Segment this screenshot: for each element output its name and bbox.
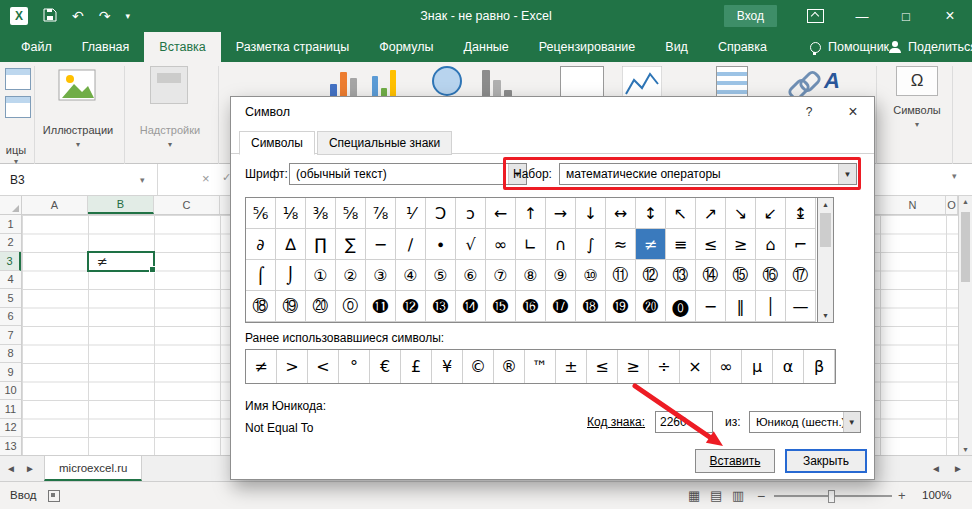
cancel-icon[interactable]: × [202, 171, 210, 186]
insert-button[interactable]: Вставить [695, 449, 775, 473]
recent-symbol-cell[interactable]: € [370, 350, 401, 383]
symbol-cell[interactable]: ⌂ [756, 229, 786, 260]
selected-cell-b3[interactable]: ≠ [87, 251, 155, 272]
ribbon-tab[interactable]: Вид [650, 32, 703, 62]
row-header[interactable]: 9 [0, 363, 21, 382]
row-header[interactable]: 1 [0, 215, 21, 234]
ribbon-tab[interactable]: Вставка [144, 32, 220, 62]
view-page-layout-icon[interactable]: ▤ [710, 488, 722, 503]
symbol-cell[interactable]: ⌐ [786, 229, 816, 260]
symbol-cell[interactable]: ⓲ [576, 291, 606, 322]
symbol-cell[interactable]: ⅜ [306, 198, 336, 229]
hscroll-right-icon[interactable]: ► [953, 463, 963, 474]
save-icon[interactable] [43, 8, 57, 25]
redo-icon[interactable]: ↷ [99, 8, 111, 24]
column-header[interactable]: A [22, 196, 88, 214]
symbol-cell[interactable]: ⓭ [426, 291, 456, 322]
hscroll-left-icon[interactable]: ◄ [931, 463, 941, 474]
recent-symbol-cell[interactable]: µ [742, 350, 773, 383]
sheet-nav-right-icon[interactable]: ► [25, 463, 35, 474]
symbol-cell[interactable]: ↘ [726, 198, 756, 229]
symbol-cell[interactable]: − [366, 229, 396, 260]
recent-symbol-cell[interactable]: ≤ [587, 350, 618, 383]
symbol-cell[interactable]: ∏ [306, 229, 336, 260]
symbol-cell[interactable]: ∆ [276, 229, 306, 260]
symbol-cell[interactable]: ⅝ [336, 198, 366, 229]
scroll-up-icon[interactable]: ▲ [818, 201, 833, 208]
symbol-cell[interactable]: ⑱ [246, 291, 276, 322]
recent-symbol-cell[interactable]: ≥ [618, 350, 649, 383]
addins-icon[interactable] [150, 66, 188, 104]
ribbon-tab[interactable]: Справка [703, 32, 782, 62]
char-code-input[interactable] [655, 411, 713, 433]
row-header[interactable]: 6 [0, 308, 21, 327]
ribbon-tab[interactable]: Файл [6, 32, 67, 62]
macro-record-icon[interactable] [48, 490, 60, 502]
symbol-cell[interactable]: ↓ [576, 198, 606, 229]
view-page-break-icon[interactable]: ▥ [732, 488, 744, 503]
recent-symbol-cell[interactable]: > [277, 350, 308, 383]
excel-app-icon[interactable]: X [10, 7, 28, 25]
symbol-cell[interactable]: ⓫ [366, 291, 396, 322]
dialog-tab[interactable]: Символы [239, 131, 315, 155]
symbol-cell[interactable]: ∑ [336, 229, 366, 260]
symbol-cell[interactable]: − [696, 291, 726, 322]
view-normal-icon[interactable]: ▦ [688, 488, 700, 503]
symbol-cell[interactable]: ⑯ [756, 260, 786, 291]
symbol-cell[interactable]: ∞ [486, 229, 516, 260]
symbol-cell[interactable]: ① [306, 260, 336, 291]
symbol-cell[interactable]: ⓯ [486, 291, 516, 322]
zoom-level[interactable]: 100% [922, 489, 951, 501]
symbol-cell[interactable]: ≤ [696, 229, 726, 260]
symbol-cell[interactable]: ‖ [726, 291, 756, 322]
assistant-button[interactable]: Помощник [810, 32, 889, 62]
addins-group-label[interactable]: Надстройки [130, 124, 210, 136]
symbol-cell[interactable]: ⓳ [606, 291, 636, 322]
maps-icon[interactable] [432, 66, 462, 96]
name-box-dropdown-icon[interactable]: ▾ [140, 175, 145, 185]
symbol-cell[interactable]: ∩ [546, 229, 576, 260]
sheet-tab[interactable]: microexcel.ru [44, 456, 142, 481]
symbol-cell[interactable]: ⑪ [606, 260, 636, 291]
symbol-cell[interactable]: ② [336, 260, 366, 291]
tables-group-label[interactable]: ицы [0, 144, 32, 156]
symbol-cell[interactable]: ⓰ [516, 291, 546, 322]
symbol-cell[interactable]: ↖ [666, 198, 696, 229]
symbol-cell[interactable]: ⌡ [276, 260, 306, 291]
row-header[interactable]: 8 [0, 345, 21, 364]
scroll-down-icon[interactable]: ▼ [959, 446, 972, 453]
symbol-cell[interactable]: ⑩ [576, 260, 606, 291]
symbol-cell[interactable]: ⌠ [246, 260, 276, 291]
symbol-cell[interactable]: ⑤ [426, 260, 456, 291]
font-combobox[interactable]: (обычный текст) ▼ [289, 163, 527, 185]
symbol-grid-scrollbar[interactable]: ▲ ▼ [817, 197, 834, 323]
symbol-cell[interactable]: ↙ [756, 198, 786, 229]
symbol-cell[interactable]: ⅛ [276, 198, 306, 229]
zoom-out-icon[interactable]: − [757, 488, 765, 504]
column-header[interactable]: N [880, 196, 946, 214]
symbol-cell[interactable]: ⅚ [246, 198, 276, 229]
symbol-cell[interactable]: ∂ [246, 229, 276, 260]
share-button[interactable]: Поделиться [889, 32, 972, 62]
symbol-cell[interactable]: Ɔ [426, 198, 456, 229]
symbol-cell[interactable]: ⑨ [546, 260, 576, 291]
symbol-cell[interactable]: ⑫ [636, 260, 666, 291]
recent-symbol-cell[interactable]: × [680, 350, 711, 383]
symbol-cell[interactable]: ≠ [636, 229, 666, 260]
close-window-button[interactable]: × [928, 0, 972, 32]
symbol-cell[interactable]: — [786, 291, 816, 322]
ribbon-tab[interactable]: Главная [67, 32, 145, 62]
recent-symbol-cell[interactable]: α [773, 350, 804, 383]
ribbon-tab[interactable]: Рецензирование [524, 32, 651, 62]
symbol-cell[interactable]: ⑳ [306, 291, 336, 322]
symbol-cell[interactable]: ↨ [786, 198, 816, 229]
symbols-group-label[interactable]: Символы [884, 104, 950, 116]
scroll-up-icon[interactable]: ▲ [959, 198, 972, 205]
minimize-button[interactable]: — [840, 0, 884, 32]
recent-symbol-cell[interactable]: ™ [525, 350, 556, 383]
symbol-cell[interactable]: ⑧ [516, 260, 546, 291]
scroll-thumb[interactable] [820, 213, 831, 247]
recommended-tables-icon[interactable] [5, 96, 31, 118]
scroll-down-icon[interactable]: ▼ [818, 312, 833, 319]
symbol-cell[interactable]: ⓮ [456, 291, 486, 322]
